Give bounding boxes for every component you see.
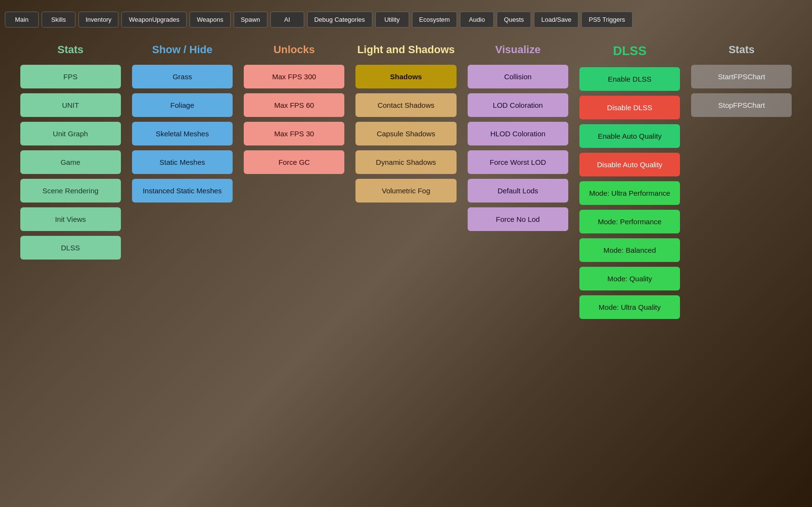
btn-dlss[interactable]: DLSS bbox=[20, 236, 121, 260]
column-dlss: DLSS Enable DLSSDisable DLSSEnable Auto … bbox=[574, 43, 685, 497]
btn-max-fps-300[interactable]: Max FPS 300 bbox=[244, 65, 344, 88]
unlocks-header: Unlocks bbox=[273, 43, 315, 56]
btn-game[interactable]: Game bbox=[20, 150, 121, 174]
nav-tab-inventory[interactable]: Inventory bbox=[78, 12, 118, 28]
btn-skeletal-meshes[interactable]: Skeletal Meshes bbox=[132, 122, 233, 145]
btn-mode-ultra-quality[interactable]: Mode: Ultra Quality bbox=[579, 295, 680, 319]
btn-mode-quality[interactable]: Mode: Quality bbox=[579, 267, 680, 290]
btn-instanced-static-meshes[interactable]: Instanced Static Meshes bbox=[132, 179, 233, 203]
btn-hlod-coloration[interactable]: HLOD Coloration bbox=[468, 122, 568, 145]
light-shadows-header: Light and Shadows bbox=[357, 43, 455, 56]
nav-tab-quests[interactable]: Quests bbox=[497, 12, 531, 28]
btn-enable-auto-quality[interactable]: Enable Auto Quality bbox=[579, 124, 680, 148]
btn-startfpschart[interactable]: StartFPSChart bbox=[691, 65, 792, 88]
dlss-header: DLSS bbox=[613, 43, 646, 58]
btn-init-views[interactable]: Init Views bbox=[20, 207, 121, 231]
btn-enable-dlss[interactable]: Enable DLSS bbox=[579, 67, 680, 91]
btn-stopfpschart[interactable]: StopFPSChart bbox=[691, 93, 792, 117]
btn-mode-ultra-performance[interactable]: Mode: Ultra Performance bbox=[579, 181, 680, 205]
btn-dynamic-shadows[interactable]: Dynamic Shadows bbox=[355, 150, 456, 174]
nav-tab-main[interactable]: Main bbox=[5, 12, 39, 28]
visualize-header: Visualize bbox=[495, 43, 541, 56]
column-stats: Stats FPSUNITUnit GraphGameScene Renderi… bbox=[15, 43, 126, 497]
column-show-hide: Show / Hide GrassFoliageSkeletal MeshesS… bbox=[126, 43, 238, 497]
btn-volumetric-fog[interactable]: Volumetric Fog bbox=[355, 179, 456, 203]
btn-shadows[interactable]: Shadows bbox=[355, 65, 456, 88]
stats-header: Stats bbox=[58, 43, 84, 56]
top-navigation: MainSkillsInventoryWeaponUpgradesWeapons… bbox=[0, 0, 812, 39]
btn-grass[interactable]: Grass bbox=[132, 65, 233, 88]
btn-max-fps-30[interactable]: Max FPS 30 bbox=[244, 122, 344, 145]
nav-tab-loadsave[interactable]: Load/Save bbox=[534, 12, 578, 28]
btn-force-gc[interactable]: Force GC bbox=[244, 150, 344, 174]
btn-lod-coloration[interactable]: LOD Coloration bbox=[468, 93, 568, 117]
btn-scene-rendering[interactable]: Scene Rendering bbox=[20, 179, 121, 203]
btn-disable-auto-quality[interactable]: Disable Auto Quality bbox=[579, 153, 680, 176]
column-light-shadows: Light and Shadows ShadowsContact Shadows… bbox=[350, 43, 462, 497]
btn-unit-graph[interactable]: Unit Graph bbox=[20, 122, 121, 145]
show-hide-header: Show / Hide bbox=[152, 43, 213, 56]
btn-mode-balanced[interactable]: Mode: Balanced bbox=[579, 238, 680, 262]
column-visualize: Visualize CollisionLOD ColorationHLOD Co… bbox=[462, 43, 574, 497]
column-stats2: Stats StartFPSChartStopFPSChart bbox=[686, 43, 797, 497]
btn-contact-shadows[interactable]: Contact Shadows bbox=[355, 93, 456, 117]
btn-mode-performance[interactable]: Mode: Performance bbox=[579, 210, 680, 233]
nav-tab-debug-categories[interactable]: Debug Categories bbox=[307, 12, 372, 28]
nav-tab-weaponupgrades[interactable]: WeaponUpgrades bbox=[121, 12, 187, 28]
btn-unit[interactable]: UNIT bbox=[20, 93, 121, 117]
btn-capsule-shadows[interactable]: Capsule Shadows bbox=[355, 122, 456, 145]
nav-tab-weapons[interactable]: Weapons bbox=[190, 12, 231, 28]
nav-tab-utility[interactable]: Utility bbox=[375, 12, 409, 28]
nav-tab-skills[interactable]: Skills bbox=[42, 12, 75, 28]
stats2-header: Stats bbox=[728, 43, 754, 56]
nav-tab-ecosystem[interactable]: Ecosystem bbox=[412, 12, 458, 28]
nav-tab-ps5triggers[interactable]: PS5 Triggers bbox=[581, 12, 632, 28]
column-unlocks: Unlocks Max FPS 300Max FPS 60Max FPS 30F… bbox=[238, 43, 350, 497]
btn-static-meshes[interactable]: Static Meshes bbox=[132, 150, 233, 174]
nav-tab-audio[interactable]: Audio bbox=[460, 12, 494, 28]
btn-force-worst-lod[interactable]: Force Worst LOD bbox=[468, 150, 568, 174]
nav-tab-spawn[interactable]: Spawn bbox=[234, 12, 267, 28]
btn-disable-dlss[interactable]: Disable DLSS bbox=[579, 96, 680, 119]
btn-default-lods[interactable]: Default Lods bbox=[468, 179, 568, 203]
btn-max-fps-60[interactable]: Max FPS 60 bbox=[244, 93, 344, 117]
btn-foliage[interactable]: Foliage bbox=[132, 93, 233, 117]
main-panel: Stats FPSUNITUnit GraphGameScene Renderi… bbox=[15, 43, 797, 497]
btn-force-no-lod[interactable]: Force No Lod bbox=[468, 207, 568, 231]
btn-fps[interactable]: FPS bbox=[20, 65, 121, 88]
nav-tab-ai[interactable]: AI bbox=[270, 12, 304, 28]
btn-collision[interactable]: Collision bbox=[468, 65, 568, 88]
